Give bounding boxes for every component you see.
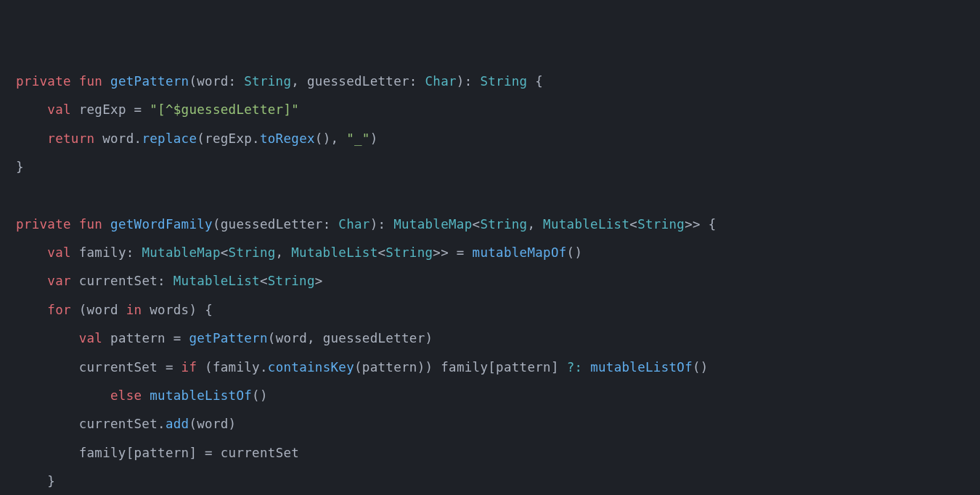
colon: : [323,217,339,232]
identifier: family [79,446,126,460]
identifier: pattern [110,331,166,345]
type: String [385,245,433,260]
kw-fun: fun [79,217,103,232]
type: String [229,245,276,260]
param-name: guessedLetter [307,74,409,89]
blank-line [16,188,24,202]
comma: , [527,217,543,232]
code-line: else mutableListOf() [16,388,268,403]
type: String [480,217,527,232]
kw-val: val [47,245,71,260]
angle: < [221,245,229,260]
kw-if: if [181,360,197,375]
code-line: return word.replace(regExp.toRegex(), "_… [16,131,378,146]
bracket: ] [551,360,559,375]
identifier: pattern [496,360,551,375]
colon: : [229,74,245,89]
code-line: for (word in words) { [16,303,213,317]
fn-name: getPattern [110,74,189,89]
param-name: guessedLetter [221,217,323,232]
angle: < [473,217,481,232]
kw-fun: fun [79,74,103,89]
paren-open: ( [354,360,362,375]
comma: , [307,331,323,345]
param-name: word [197,74,228,89]
type: String [480,74,527,89]
eq: = [166,360,173,375]
angle: < [629,217,637,232]
code-line: family[pattern] = currentSet [16,446,299,460]
eq: = [134,102,142,117]
identifier: currentSet [79,360,158,375]
bracket: ] [189,446,197,460]
identifier: regExp [79,102,126,117]
colon: : [409,74,425,89]
identifier: currentSet [221,446,299,460]
colon: : [126,245,142,260]
type: Char [425,74,457,89]
comma: , [291,74,307,89]
dot: . [134,131,142,146]
type: MutableList [173,274,260,288]
type: String [637,217,685,232]
parens: () [693,360,709,375]
brace-open: { [205,303,213,317]
identifier: family [79,245,126,260]
code-line: val family: MutableMap<String, MutableLi… [16,245,582,260]
identifier: guessedLetter [323,331,425,345]
code-line: val pattern = getPattern(word, guessedLe… [16,331,433,345]
bracket: [ [488,360,496,375]
angle: >> [685,217,701,232]
identifier: word [87,303,118,317]
kw-return: return [47,131,94,146]
parens: () [315,131,331,146]
fn-call: getPattern [189,331,267,345]
paren-close: ) [229,417,237,431]
dot: . [252,131,260,146]
paren-close: ) [425,331,433,345]
code-line: currentSet = if (family.containsKey(patt… [16,360,709,375]
dot: . [158,417,166,431]
code-line: currentSet.add(word) [16,417,236,431]
identifier: word [276,331,307,345]
identifier: words [150,303,189,317]
string-literal: "[^$guessedLetter]" [150,102,299,117]
type: MutableList [291,245,377,260]
paren-open: ( [197,131,205,146]
paren-close: ) [370,131,378,146]
kw-private: private [16,217,71,232]
eq: = [173,331,181,345]
kw-val: val [79,331,103,345]
colon: : [378,217,394,232]
code-line: var currentSet: MutableList<String> [16,274,323,288]
fn-call: mutableListOf [150,388,252,403]
paren-close: ) [370,217,378,232]
dot: . [260,360,268,375]
type: Char [338,217,369,232]
method: replace [142,131,197,146]
method: containsKey [268,360,354,375]
colon: : [158,274,173,288]
type: MutableMap [393,217,472,232]
paren-open: ( [213,217,221,232]
fn-call: mutableListOf [590,360,693,375]
kw-val: val [47,102,71,117]
identifier: word [197,417,228,431]
fn-name: getWordFamily [110,217,213,232]
string-literal: "_" [346,131,370,146]
brace-close: } [47,474,55,488]
identifier: regExp [205,131,252,146]
parens: () [252,388,268,403]
code-editor[interactable]: private fun getPattern(word: String, gue… [16,68,964,495]
identifier: word [102,131,134,146]
kw-var: var [47,274,71,288]
colon: : [465,74,481,89]
paren-open: ( [268,331,276,345]
comma: , [276,245,292,260]
brace-close: } [16,160,24,174]
identifier: pattern [362,360,417,375]
comma: , [330,131,346,146]
bracket: [ [126,446,134,460]
brace-open: { [709,217,716,232]
method: add [166,417,189,431]
